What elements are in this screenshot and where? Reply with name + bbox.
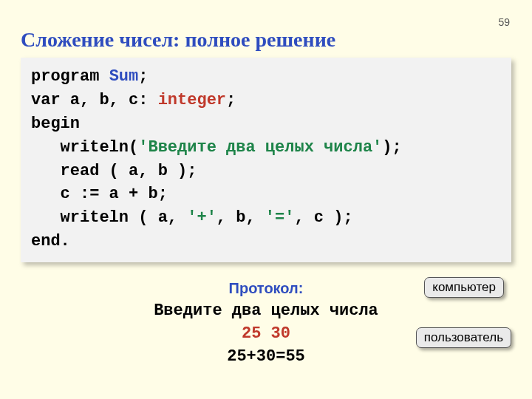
code-text: ; <box>138 67 148 86</box>
code-text: , b, <box>216 208 265 227</box>
code-text: var a, b, c: <box>31 91 158 109</box>
code-text: c := a + b; <box>31 185 168 203</box>
code-text: , c ); <box>294 208 352 227</box>
callout-user: пользователь <box>416 327 511 348</box>
code-text: ; <box>226 91 236 109</box>
code-text: writeln( <box>31 138 138 157</box>
code-text: writeln ( a, <box>31 208 187 227</box>
code-string: '+' <box>187 208 216 227</box>
code-text: ); <box>382 138 401 157</box>
code-text: end. <box>31 232 70 250</box>
protocol-block: Протокол: Введите два целых числа 25 30 … <box>0 280 532 366</box>
callout-computer: компьютер <box>424 277 504 298</box>
protocol-output: 25+30=55 <box>0 347 532 366</box>
protocol-prompt: Введите два целых числа <box>0 301 532 320</box>
code-text: begin <box>31 115 80 133</box>
code-string: '=' <box>265 208 295 227</box>
code-text: read ( a, b ); <box>31 162 197 180</box>
code-string: 'Введите два целых числа' <box>138 138 382 157</box>
page-title: Сложение чисел: полное решение <box>21 28 532 52</box>
code-identifier: Sum <box>109 67 139 86</box>
page-number: 59 <box>498 16 510 28</box>
code-text: program <box>31 67 109 86</box>
code-type: integer <box>158 91 226 109</box>
code-listing: program Sum; var a, b, c: integer; begin… <box>21 58 511 262</box>
